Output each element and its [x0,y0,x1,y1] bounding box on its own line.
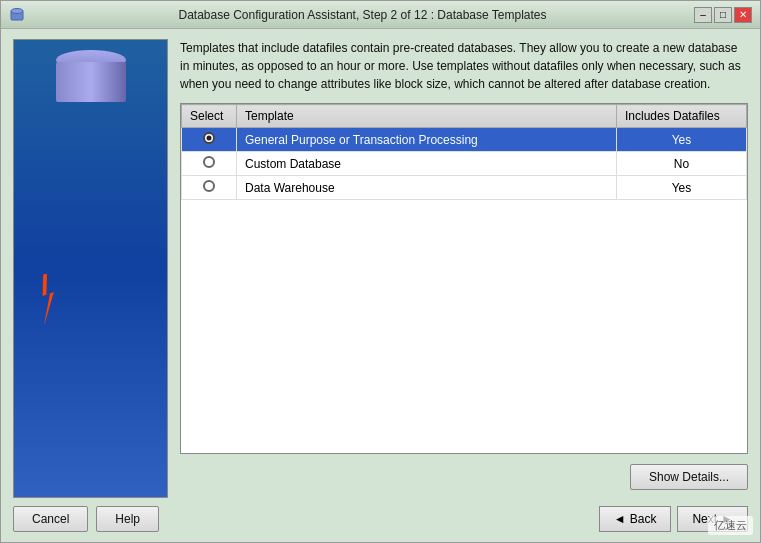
template-table: Select Template Includes Datafiles Gener… [181,104,747,200]
template-name: Data Warehouse [237,176,617,200]
arrow-icon [34,274,74,327]
table-row[interactable]: Data WarehouseYes [182,176,747,200]
content-area: Templates that include datafiles contain… [13,39,748,498]
show-details-container: Show Details... [180,464,748,498]
watermark: 亿速云 [708,516,753,535]
table-row[interactable]: Custom DatabaseNo [182,152,747,176]
close-button[interactable]: ✕ [734,7,752,23]
includes-datafiles: Yes [617,128,747,152]
help-button[interactable]: Help [96,506,159,532]
template-table-container: Select Template Includes Datafiles Gener… [180,103,748,454]
template-name: Custom Database [237,152,617,176]
title-bar: Database Configuration Assistant, Step 2… [1,1,760,29]
back-label: Back [630,512,657,526]
bottom-left-buttons: Cancel Help [13,506,159,532]
col-header-datafiles: Includes Datafiles [617,105,747,128]
window-title: Database Configuration Assistant, Step 2… [31,8,694,22]
radio-cell[interactable] [182,152,237,176]
window-body: Templates that include datafiles contain… [1,29,760,542]
radio-button[interactable] [203,132,215,144]
back-arrow-icon: ◄ [614,512,626,526]
bottom-bar: Cancel Help ◄ Back Next ► [13,506,748,532]
db-cylinder [56,50,126,105]
radio-button[interactable] [203,180,215,192]
radio-cell[interactable] [182,128,237,152]
minimize-button[interactable]: – [694,7,712,23]
template-name: General Purpose or Transaction Processin… [237,128,617,152]
left-panel [13,39,168,498]
show-details-button[interactable]: Show Details... [630,464,748,490]
includes-datafiles: No [617,152,747,176]
table-row[interactable]: General Purpose or Transaction Processin… [182,128,747,152]
col-header-select: Select [182,105,237,128]
table-header-row: Select Template Includes Datafiles [182,105,747,128]
col-header-template: Template [237,105,617,128]
description-text: Templates that include datafiles contain… [180,39,748,93]
radio-button[interactable] [203,156,215,168]
cancel-button[interactable]: Cancel [13,506,88,532]
radio-cell[interactable] [182,176,237,200]
app-icon [9,7,25,23]
back-button[interactable]: ◄ Back [599,506,672,532]
title-controls: – □ ✕ [694,7,752,23]
svg-point-1 [11,8,23,13]
includes-datafiles: Yes [617,176,747,200]
main-window: Database Configuration Assistant, Step 2… [0,0,761,543]
right-panel: Templates that include datafiles contain… [180,39,748,498]
svg-marker-2 [34,274,64,324]
maximize-button[interactable]: □ [714,7,732,23]
cylinder-body [56,62,126,102]
